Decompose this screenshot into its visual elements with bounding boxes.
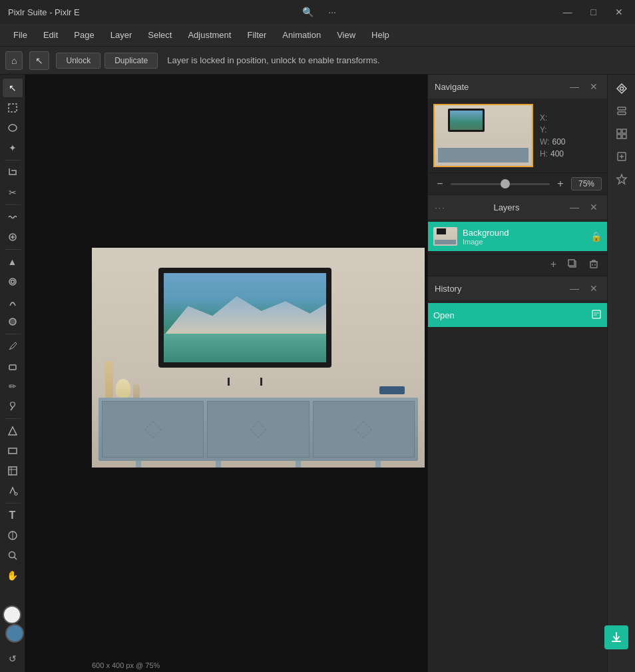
rect-tool-button[interactable] — [3, 442, 23, 460]
scene-background — [92, 248, 425, 468]
history-close-button[interactable]: ✕ — [587, 282, 600, 294]
color-picker-mini-button[interactable] — [3, 526, 23, 545]
dodge-tool-button[interactable] — [3, 292, 23, 311]
eraser-tool-button[interactable] — [3, 357, 23, 376]
clone-tool-button[interactable] — [3, 228, 23, 246]
layers-close-button[interactable]: ✕ — [587, 201, 600, 213]
navigate-close-button[interactable]: ✕ — [587, 81, 600, 93]
delete-layer-button[interactable] — [586, 257, 602, 273]
duplicate-layer-button[interactable] — [564, 257, 580, 273]
layers-dots-menu[interactable]: ··· — [435, 202, 446, 212]
zoom-minus-button[interactable]: − — [433, 178, 447, 190]
layer-item-background[interactable]: Background Image 🔒 — [428, 222, 607, 251]
background-color-swatch[interactable] — [5, 624, 24, 643]
history-item-open[interactable]: Open — [428, 303, 607, 327]
nav-h-label: H: — [540, 149, 548, 159]
nav-x-label: X: — [540, 113, 547, 123]
left-toolbox: ↖ ✦ ✂ ▲ — [0, 75, 25, 672]
menu-view[interactable]: View — [330, 27, 362, 43]
svg-rect-29 — [617, 135, 621, 139]
nav-y-label: Y: — [540, 125, 547, 135]
marquee-tool-button[interactable] — [3, 99, 23, 117]
main-layout: ↖ ✦ ✂ ▲ — [0, 75, 635, 672]
nav-w-row: W: 600 — [540, 137, 565, 147]
small-vase — [133, 384, 140, 398]
history-minimize-button[interactable]: — — [567, 282, 582, 294]
hand-tool-button[interactable]: ✋ — [3, 566, 23, 585]
home-button[interactable]: ⌂ — [5, 51, 23, 70]
effects-strip-button[interactable] — [611, 169, 632, 189]
duplicate-button[interactable]: Duplicate — [105, 53, 158, 69]
menu-layer[interactable]: Layer — [104, 27, 139, 43]
foreground-color-swatch[interactable] — [3, 605, 21, 624]
tv-mountain — [164, 286, 326, 336]
menu-help[interactable]: Help — [365, 27, 396, 43]
pencil-tool-button[interactable]: ✏ — [3, 377, 23, 396]
zoom-tool-button[interactable] — [3, 546, 23, 565]
menu-filter[interactable]: Filter — [240, 27, 273, 43]
close-window-button[interactable]: ✕ — [611, 5, 627, 19]
layers-panel-controls: — ✕ — [567, 201, 600, 213]
svg-rect-9 — [9, 467, 17, 475]
zoom-slider-track[interactable] — [451, 183, 550, 185]
crop-tool-button[interactable] — [3, 163, 23, 182]
cut-tool-button[interactable]: ✂ — [3, 183, 23, 202]
smudge-tool-button[interactable] — [3, 312, 23, 331]
canvas-image[interactable] — [92, 248, 425, 468]
more-options-icon[interactable]: ··· — [324, 5, 340, 19]
layers-minimize-button[interactable]: — — [567, 201, 582, 213]
minimize-window-button[interactable]: — — [559, 5, 576, 19]
navigate-minimize-button[interactable]: — — [567, 81, 582, 93]
select-tool-button[interactable]: ↖ — [3, 79, 23, 97]
unlock-button[interactable]: Unlock — [56, 53, 101, 69]
lasso-tool-button[interactable] — [3, 119, 23, 137]
cursor-button[interactable]: ↖ — [29, 51, 49, 70]
search-icon[interactable]: 🔍 — [298, 5, 318, 19]
arrange-strip-button[interactable] — [611, 124, 632, 144]
eyedropper-tool-button[interactable] — [3, 397, 23, 416]
canvas-area[interactable]: 600 x 400 px @ 75% — [25, 75, 427, 672]
svg-rect-30 — [622, 135, 626, 139]
export-strip-button[interactable] — [611, 147, 632, 167]
cabinet-door-1 — [102, 401, 204, 458]
tv-leg-left — [228, 378, 230, 386]
heal-tool-button[interactable] — [3, 208, 23, 226]
blur-tool-button[interactable] — [3, 272, 23, 291]
zoom-value-display[interactable]: 75% — [571, 177, 602, 190]
undo-button[interactable]: ↺ — [3, 649, 23, 668]
layer-lock-icon[interactable]: 🔒 — [590, 231, 602, 242]
history-content: Open — [428, 300, 607, 330]
svg-rect-25 — [618, 107, 626, 110]
fill-tool-button[interactable] — [3, 482, 23, 500]
cabinet-diamond-2 — [250, 421, 266, 438]
add-layer-button[interactable]: + — [548, 257, 559, 273]
zoom-slider-thumb[interactable] — [501, 179, 510, 188]
download-button[interactable] — [604, 625, 628, 649]
menu-adjustment[interactable]: Adjustment — [181, 27, 238, 43]
menu-page[interactable]: Page — [67, 27, 101, 43]
menu-animation[interactable]: Animation — [276, 27, 327, 43]
layers-strip-button[interactable] — [611, 101, 632, 121]
layers-panel-header: ··· Layers — ✕ — [428, 195, 607, 219]
svg-rect-6 — [9, 365, 16, 370]
title-center-controls: 🔍 ··· — [298, 5, 340, 19]
menu-edit[interactable]: Edit — [37, 27, 65, 43]
tool-separator-2 — [5, 204, 21, 205]
shape-tool-button[interactable] — [3, 422, 23, 440]
cabinet-legs — [99, 461, 418, 468]
maximize-window-button[interactable]: □ — [587, 5, 600, 19]
svg-rect-28 — [622, 129, 626, 133]
brush-tool-button[interactable] — [3, 337, 23, 356]
navigate-thumbnail[interactable] — [433, 104, 533, 167]
stamp-tool-button[interactable]: ▲ — [3, 252, 23, 271]
text-tool-button[interactable]: T — [3, 506, 23, 525]
zoom-plus-button[interactable]: + — [554, 178, 567, 190]
blue-box — [379, 386, 405, 394]
navigator-strip-button[interactable] — [611, 79, 632, 99]
menu-file[interactable]: File — [7, 27, 34, 43]
menu-select[interactable]: Select — [141, 27, 178, 43]
nav-tv — [448, 109, 485, 132]
cabinet-diamond-3 — [355, 421, 372, 438]
frame-tool-button[interactable] — [3, 462, 23, 480]
magic-wand-button[interactable]: ✦ — [3, 139, 23, 157]
